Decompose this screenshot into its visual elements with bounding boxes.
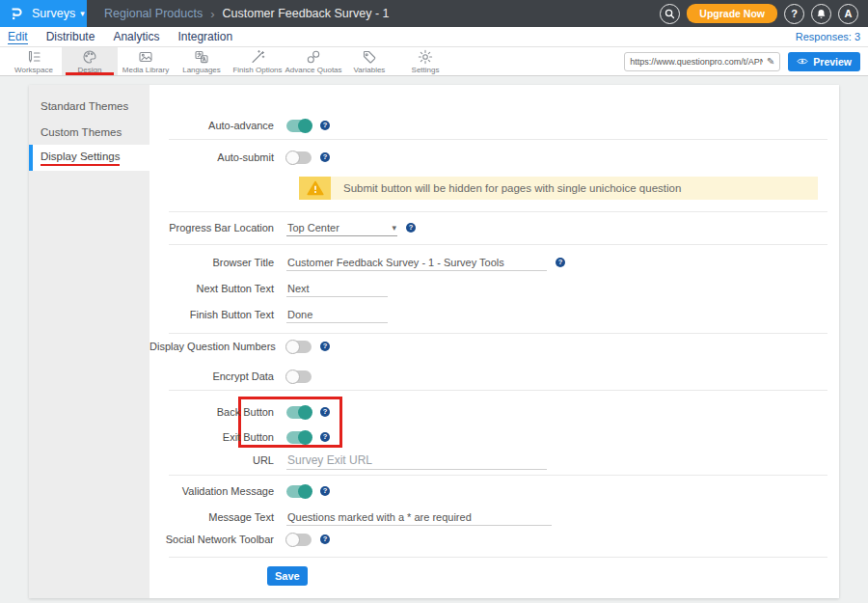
message-text-label: Message Text [149, 511, 286, 523]
auto-advance-label: Auto-advance [149, 120, 286, 131]
nav-item-integration[interactable]: Integration [177, 30, 232, 43]
back-button-label: Back Button [149, 406, 286, 418]
divider [169, 211, 827, 212]
nav-item-analytics[interactable]: Analytics [113, 30, 159, 43]
notifications-button[interactable] [811, 4, 831, 24]
back-button-toggle[interactable] [286, 406, 312, 419]
browser-title-input[interactable] [286, 255, 547, 271]
exit-button-toggle[interactable] [286, 431, 312, 444]
breadcrumb-separator: › [210, 7, 214, 21]
advance-quotas-icon [306, 49, 321, 65]
setting-row-next-button-text: Next Button Text [149, 276, 839, 301]
divider [169, 244, 827, 245]
exit-url-label: URL [149, 454, 286, 466]
warning-text: Submit button will be hidden for pages w… [331, 177, 818, 200]
progress-bar-select[interactable]: Top Center ▾ [286, 220, 397, 236]
exit-button-label: Exit Button [149, 431, 286, 443]
page-title: Customer Feedback Survey - 1 [223, 7, 390, 20]
search-button[interactable] [660, 4, 680, 24]
progress-bar-label: Progress Bar Location [149, 222, 286, 233]
survey-url-box[interactable]: ✎ [624, 52, 780, 71]
sidebar-item-standard-themes[interactable]: Standard Themes [29, 93, 149, 119]
setting-row-progress-bar: Progress Bar Location Top Center ▾ ? [149, 215, 839, 240]
avatar[interactable]: A [838, 4, 858, 24]
topbar-actions: Upgrade Now ? A [660, 4, 868, 24]
tab-media-library[interactable]: Media Library [118, 47, 174, 75]
social-network-toolbar-label: Social Network Toolbar [149, 534, 286, 545]
exit-button-help-icon[interactable]: ? [320, 432, 330, 442]
upgrade-now-button[interactable]: Upgrade Now [687, 4, 777, 23]
settings-icon [418, 49, 433, 65]
divider [169, 139, 827, 140]
validation-message-toggle[interactable] [286, 485, 312, 498]
auto-advance-toggle[interactable] [286, 120, 312, 132]
edit-url-icon[interactable]: ✎ [767, 56, 774, 67]
design-icon [82, 49, 97, 65]
validation-message-help-icon[interactable]: ? [320, 486, 330, 496]
setting-row-exit-url: URL [149, 448, 839, 473]
breadcrumb-section[interactable]: Regional Products [104, 7, 203, 20]
progress-bar-help-icon[interactable]: ? [406, 223, 416, 233]
top-bar: Surveys ▾ Regional Products › Customer F… [0, 0, 868, 27]
help-button[interactable]: ? [784, 4, 804, 24]
tab-advance-quotas[interactable]: Advance Quotas [285, 47, 341, 75]
sidebar-item-display-settings[interactable]: Display Settings [29, 145, 149, 171]
auto-submit-help-icon[interactable]: ? [320, 152, 330, 162]
divider [169, 475, 827, 476]
eye-icon [797, 57, 808, 66]
browser-title-label: Browser Title [149, 257, 286, 268]
next-button-text-input[interactable] [286, 281, 388, 297]
back-button-help-icon[interactable]: ? [320, 407, 330, 417]
social-network-toolbar-toggle[interactable] [286, 534, 312, 546]
auto-submit-label: Auto-submit [149, 151, 286, 163]
warning-icon [307, 180, 324, 196]
setting-row-exit-button: Exit Button ? [149, 425, 839, 450]
display-question-numbers-toggle[interactable] [286, 341, 312, 353]
message-text-input[interactable] [286, 509, 552, 526]
search-icon [665, 9, 675, 19]
setting-row-social-network-toolbar: Social Network Toolbar ? [149, 527, 839, 552]
encrypt-data-toggle[interactable] [286, 370, 312, 383]
auto-submit-warning: Submit button will be hidden for pages w… [299, 177, 818, 200]
preview-button[interactable]: Preview [788, 52, 860, 71]
edit-toolbar: Workspace Design Media Library Languages… [0, 47, 868, 76]
languages-icon [194, 49, 209, 65]
auto-submit-toggle[interactable] [286, 151, 312, 164]
survey-nav: Edit Distribute Analytics Integration Re… [0, 27, 868, 47]
finish-button-text-input[interactable] [286, 307, 388, 323]
social-network-toolbar-help-icon[interactable]: ? [320, 534, 330, 544]
tab-design[interactable]: Design [62, 47, 118, 75]
tab-variables[interactable]: Variables [341, 47, 397, 75]
setting-row-finish-button-text: Finish Button Text [149, 302, 839, 327]
exit-url-input[interactable] [286, 452, 547, 470]
brand-label: Surveys [32, 7, 75, 20]
save-button[interactable]: Save [267, 566, 308, 586]
setting-row-browser-title: Browser Title ? [149, 250, 839, 275]
auto-advance-help-icon[interactable]: ? [320, 121, 330, 130]
tab-languages[interactable]: Languages [174, 47, 230, 75]
bell-icon [816, 9, 827, 19]
setting-row-auto-submit: Auto-submit ? [149, 145, 839, 170]
product-switcher[interactable]: Surveys ▾ [0, 0, 87, 27]
chevron-down-icon: ▾ [392, 223, 396, 233]
next-button-text-label: Next Button Text [149, 283, 286, 294]
tab-settings[interactable]: Settings [397, 47, 453, 75]
display-question-numbers-label: Display Question Numbers [149, 341, 286, 352]
setting-row-auto-advance: Auto-advance ? [149, 113, 839, 138]
questionpro-logo-icon [8, 4, 27, 23]
nav-item-edit[interactable]: Edit [8, 30, 28, 44]
design-sidebar: Standard Themes Custom Themes Display Se… [29, 85, 149, 598]
survey-url-input[interactable] [630, 57, 763, 67]
responses-count[interactable]: Responses: 3 [796, 31, 860, 42]
divider [169, 557, 827, 558]
finish-options-icon [250, 49, 265, 65]
tab-finish-options[interactable]: Finish Options [230, 47, 285, 75]
display-settings-panel: Auto-advance ? Auto-submit ? Submit butt… [149, 85, 839, 598]
browser-title-help-icon[interactable]: ? [556, 258, 565, 267]
tab-workspace[interactable]: Workspace [6, 47, 62, 75]
breadcrumb: Regional Products › Customer Feedback Su… [104, 7, 390, 21]
sidebar-item-custom-themes[interactable]: Custom Themes [29, 119, 149, 145]
display-question-numbers-help-icon[interactable]: ? [320, 342, 330, 351]
encrypt-data-label: Encrypt Data [149, 370, 286, 382]
nav-item-distribute[interactable]: Distribute [46, 30, 95, 43]
